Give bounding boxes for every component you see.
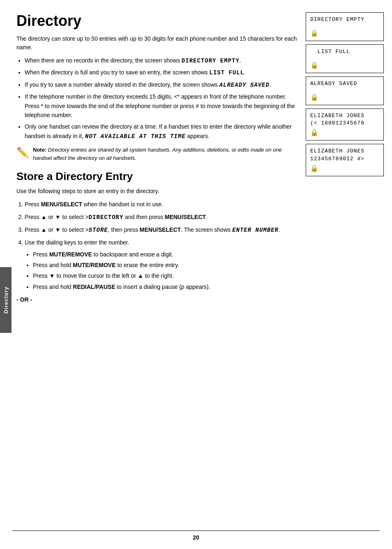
bullet-5: Only one handset can review the director…	[25, 122, 302, 141]
note-text: Note: Directory entries are shared by al…	[33, 146, 302, 162]
store-intro: Use the following steps to store an entr…	[16, 187, 302, 196]
mono-directory-empty: DIRECTORY EMPTY	[182, 58, 240, 64]
bullet-2: When the directory is full and you try t…	[25, 68, 302, 77]
mono-enter-number: ENTER NUMBER	[232, 227, 279, 233]
note-content: Directory entries are shared by all syst…	[33, 147, 282, 161]
redial-pause: REDIAL/PAUSE	[73, 284, 115, 290]
note-label: Note:	[33, 147, 48, 153]
step4-bullet-2: Press and hold MUTE/REMOVE to erase the …	[33, 261, 302, 270]
mono-store: STORE	[89, 227, 108, 233]
menu-select-3: MENU/SELECT	[140, 226, 181, 233]
page-number: 20	[12, 531, 380, 541]
section2-title: Store a Directory Entry	[16, 170, 302, 183]
bullet-1: When there are no records in the directo…	[25, 56, 302, 65]
menu-select-1: MENU/SELECT	[41, 201, 82, 208]
bullet-3: If you try to save a number already stor…	[25, 80, 302, 90]
step4-bullets: Press MUTE/REMOVE to backspace and erase…	[33, 250, 302, 292]
bullet-4: If the telephone number in the directory…	[25, 92, 302, 120]
page: Directory DIRECTORY EMPTY 🔒 LIST FULL 🔒 …	[0, 0, 392, 549]
mute-remove-2: MUTE/REMOVE	[73, 262, 115, 268]
or-divider: - OR -	[16, 296, 302, 303]
mono-directory: DIRECTORY	[89, 214, 124, 221]
mono-already-saved: ALREADY SAVED	[219, 82, 270, 88]
p-char: p	[181, 284, 184, 290]
page-title: Directory	[16, 12, 302, 30]
step4-bullet-4: Press and hold REDIAL/PAUSE to insert a …	[33, 282, 302, 291]
step-4: Use the dialing keys to enter the number…	[25, 238, 302, 291]
note-box: ✏️ Note: Directory entries are shared by…	[16, 146, 302, 162]
note-icon: ✏️	[16, 147, 29, 158]
step-3: Press ▲ or ▼ to select >STORE, then pres…	[25, 225, 302, 235]
mono-not-available: NOT AVAILABLE AT THIS TIME	[85, 133, 185, 140]
mono-list-full: LIST FULL	[210, 69, 244, 76]
step4-bullet-3: Press ▼ to move the cursor to the left o…	[33, 271, 302, 280]
main-content: Directory The directory can store up to …	[0, 0, 392, 549]
step-1: Press MENU/SELECT when the handset is no…	[25, 200, 302, 209]
step4-bullet-1: Press MUTE/REMOVE to backspace and erase…	[33, 250, 302, 259]
bullet-list: When there are no records in the directo…	[25, 56, 302, 141]
step-2: Press ▲ or ▼ to select >DIRECTORY and th…	[25, 212, 302, 222]
mute-remove-1: MUTE/REMOVE	[49, 251, 92, 258]
intro-paragraph: The directory can store up to 50 entries…	[16, 35, 302, 52]
menu-select-2: MENU/SELECT	[165, 214, 206, 220]
store-steps-list: Press MENU/SELECT when the handset is no…	[25, 200, 302, 291]
